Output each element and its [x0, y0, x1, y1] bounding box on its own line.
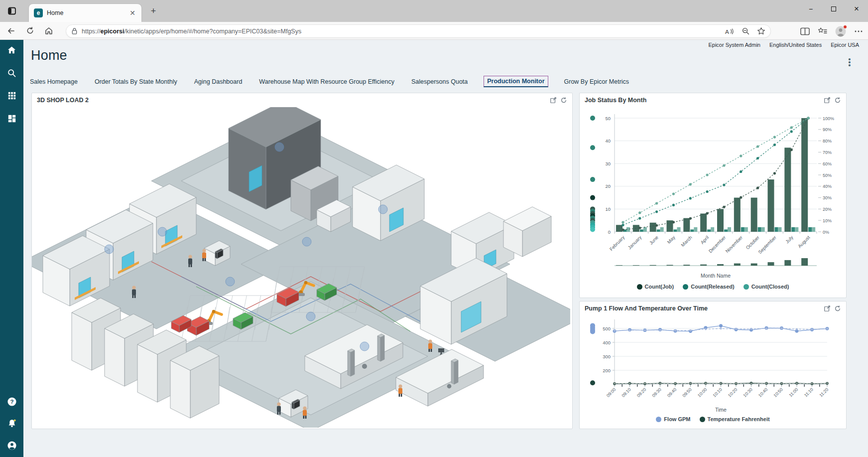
page-overflow-menu-icon[interactable]: •••: [846, 58, 853, 67]
browser-tab[interactable]: e Home ✕: [29, 4, 141, 22]
svg-text:?: ?: [10, 399, 13, 405]
session-info-bar: Epicor System Admin English/United State…: [708, 42, 859, 48]
sidebar-dashboards-icon[interactable]: [0, 109, 23, 129]
favorites-bar-icon[interactable]: [818, 27, 827, 35]
sidebar-account-icon[interactable]: [0, 436, 23, 456]
svg-text:500: 500: [603, 326, 611, 331]
session-company[interactable]: Epicor USA: [831, 42, 859, 48]
home-icon[interactable]: [41, 24, 57, 38]
legend-count-closed[interactable]: Count(Closed): [744, 284, 789, 290]
dashboard-tab-bar: Sales Homepage Order Totals By State Mon…: [29, 76, 630, 87]
svg-text:50: 50: [605, 116, 611, 121]
shop-load-title: 3D SHOP LOAD 2: [37, 97, 550, 104]
svg-text:A: A: [725, 28, 729, 35]
svg-text:October: October: [744, 235, 760, 251]
lock-icon: [71, 27, 78, 35]
svg-text:30%: 30%: [823, 195, 832, 200]
legend-flow-gpm[interactable]: Flow GPM: [656, 416, 690, 422]
svg-text:Month Name: Month Name: [701, 273, 731, 279]
svg-text:09:40: 09:40: [666, 387, 678, 398]
job-status-chart: 010203040500%10%20%30%40%50%60%70%80%90%…: [580, 107, 846, 282]
svg-text:09:00: 09:00: [606, 387, 617, 398]
svg-text:40%: 40%: [823, 184, 832, 189]
svg-text:20%: 20%: [823, 207, 832, 212]
tab-order-totals[interactable]: Order Totals By State Monthly: [94, 76, 178, 87]
shop-floor-illustration: [32, 107, 570, 428]
sidebar-notifications-icon[interactable]: [0, 414, 23, 434]
open-in-new-icon[interactable]: [550, 97, 557, 104]
svg-text:July: July: [784, 234, 794, 244]
window-close-button[interactable]: ×: [845, 0, 868, 18]
svg-text:February: February: [609, 234, 626, 252]
svg-text:10:20: 10:20: [727, 387, 739, 398]
svg-text:100%: 100%: [823, 116, 834, 121]
svg-text:Time: Time: [715, 407, 727, 413]
browser-profile-avatar[interactable]: [835, 26, 846, 37]
split-screen-icon[interactable]: [800, 27, 810, 35]
refresh-widget-icon[interactable]: [834, 97, 841, 104]
new-tab-button[interactable]: +: [147, 6, 159, 16]
svg-text:70%: 70%: [823, 150, 832, 155]
legend-count-released[interactable]: Count(Released): [683, 284, 734, 290]
svg-text:10:00: 10:00: [697, 387, 708, 398]
sidebar-home-icon[interactable]: [0, 40, 23, 60]
tab-close-icon[interactable]: ✕: [128, 9, 136, 17]
legend-temperature[interactable]: Temperature Fahrenheit: [700, 416, 770, 422]
back-icon[interactable]: [3, 24, 19, 38]
address-bar[interactable]: https://epicorsi/kinetic/apps/erp/home/#…: [66, 24, 771, 38]
svg-text:10:40: 10:40: [757, 387, 769, 398]
open-in-new-icon[interactable]: [824, 97, 831, 104]
svg-text:09:30: 09:30: [651, 387, 662, 398]
svg-text:September: September: [757, 235, 777, 255]
sidebar-apps-grid-icon[interactable]: [0, 86, 23, 106]
tab-warehouse-map[interactable]: Warehouse Map With Resource Group Effici…: [258, 76, 395, 87]
tab-sales-homepage[interactable]: Sales Homepage: [29, 76, 79, 87]
session-locale[interactable]: English/United States: [769, 42, 822, 48]
favorite-star-icon[interactable]: [757, 27, 765, 35]
refresh-widget-icon[interactable]: [834, 305, 841, 312]
page-title: Home: [31, 48, 67, 63]
browser-tab-title: Home: [47, 9, 128, 16]
profile-notification-dot: [843, 25, 847, 29]
svg-text:August: August: [797, 234, 811, 249]
browser-titlebar: e Home ✕ + − ×: [0, 0, 868, 22]
svg-text:0%: 0%: [823, 230, 829, 235]
read-aloud-icon[interactable]: A: [725, 27, 735, 35]
svg-text:09:50: 09:50: [681, 387, 693, 398]
sidebar-search-icon[interactable]: [0, 63, 23, 83]
window-minimize-button[interactable]: −: [799, 0, 822, 18]
refresh-icon[interactable]: [22, 24, 38, 38]
zoom-out-icon[interactable]: [742, 27, 750, 35]
pump-panel: Pump 1 Flow And Temperature Over Time 20…: [579, 301, 847, 429]
svg-text:20: 20: [605, 183, 611, 189]
tab-production-monitor[interactable]: Production Monitor: [484, 76, 548, 87]
svg-text:80%: 80%: [823, 139, 832, 144]
window-maximize-button[interactable]: [822, 0, 845, 18]
svg-text:December: December: [708, 235, 727, 254]
tab-aging-dashboard[interactable]: Aging Dashboard: [193, 76, 244, 87]
pump-legend: Flow GPM Temperature Fahrenheit: [580, 416, 846, 422]
tab-salespersons-quota[interactable]: Salespersons Quota: [410, 76, 469, 87]
job-status-legend: Count(Job) Count(Released) Count(Closed): [580, 284, 846, 290]
svg-text:November: November: [724, 235, 744, 254]
app-shell: ? Epicor System Admin English/United Sta…: [0, 40, 868, 457]
svg-text:January: January: [626, 234, 642, 250]
refresh-widget-icon[interactable]: [560, 97, 567, 104]
svg-text:09:20: 09:20: [636, 387, 647, 398]
svg-text:400: 400: [603, 340, 611, 345]
browser-menu-icon[interactable]: [854, 27, 863, 35]
sidebar-help-icon[interactable]: ?: [0, 392, 23, 412]
shop-load-panel: 3D SHOP LOAD 2: [31, 93, 573, 429]
tab-actions-menu-icon[interactable]: [6, 5, 18, 17]
session-user[interactable]: Epicor System Admin: [708, 42, 760, 48]
url-text: https://epicorsi/kinetic/apps/erp/home/#…: [82, 28, 720, 35]
svg-text:10: 10: [605, 206, 611, 212]
svg-text:200: 200: [603, 368, 611, 373]
epicor-favicon: e: [34, 8, 43, 17]
pump-title: Pump 1 Flow And Temperature Over Time: [585, 305, 824, 312]
svg-text:April: April: [699, 235, 710, 245]
legend-count-job[interactable]: Count(Job): [637, 284, 674, 290]
svg-text:60%: 60%: [823, 161, 832, 166]
tab-grow-by-epicor[interactable]: Grow By Epicor Metrics: [563, 76, 630, 87]
open-in-new-icon[interactable]: [824, 305, 831, 312]
